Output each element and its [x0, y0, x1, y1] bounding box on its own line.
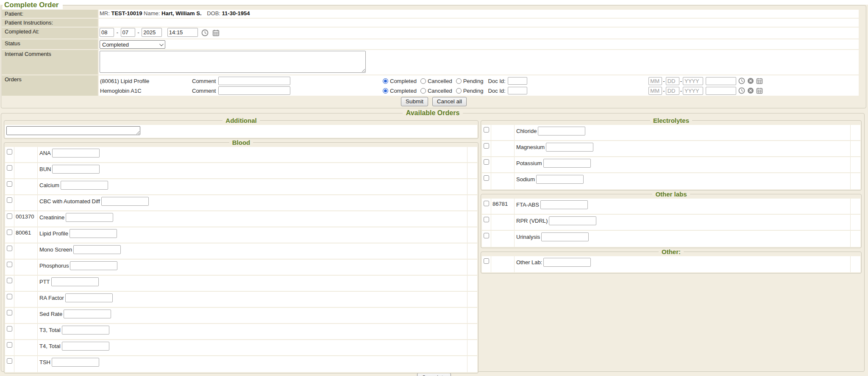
- lab-code: [14, 195, 38, 210]
- lab-value-input[interactable]: [546, 143, 593, 152]
- lab-value-input[interactable]: [52, 358, 99, 367]
- status-radio-completed[interactable]: [383, 88, 388, 94]
- lab-value-input[interactable]: [543, 258, 591, 267]
- clock-icon[interactable]: [738, 77, 745, 85]
- lab-checkbox[interactable]: [7, 181, 12, 187]
- lab-label: Sed Rate: [39, 310, 62, 317]
- lab-value-input[interactable]: [61, 181, 108, 190]
- radio-label-completed[interactable]: Completed: [390, 88, 417, 94]
- lab-value-input[interactable]: [62, 326, 109, 335]
- lab-value-input[interactable]: [64, 310, 111, 318]
- radio-label-cancelled[interactable]: Cancelled: [428, 78, 452, 84]
- lab-checkbox[interactable]: [7, 326, 12, 332]
- lab-checkbox[interactable]: [484, 233, 489, 238]
- status-radio-pending[interactable]: [456, 78, 462, 84]
- radio-label-pending[interactable]: Pending: [463, 78, 484, 84]
- completed-day-input[interactable]: [121, 28, 135, 37]
- completed-year-input[interactable]: [142, 28, 162, 37]
- order-comment-input[interactable]: [218, 86, 290, 95]
- lab-value-input[interactable]: [66, 213, 113, 222]
- cancel-all-button[interactable]: Cancel all: [432, 97, 467, 106]
- clock-icon[interactable]: [738, 87, 745, 94]
- lab-checkbox[interactable]: [7, 262, 12, 267]
- lab-value-input[interactable]: [540, 200, 588, 209]
- lab-label: Potassium: [516, 159, 542, 166]
- status-radio-cancelled[interactable]: [420, 78, 426, 84]
- radio-label-cancelled[interactable]: Cancelled: [428, 88, 452, 94]
- order-month-input[interactable]: [648, 77, 662, 85]
- submit-button[interactable]: Submit: [401, 97, 428, 106]
- lab-value-input[interactable]: [70, 261, 117, 270]
- lab-value-input[interactable]: [538, 127, 585, 135]
- lab-value-input[interactable]: [52, 149, 100, 158]
- lab-checkbox[interactable]: [7, 246, 12, 251]
- lab-value-input[interactable]: [52, 165, 100, 174]
- status-radio-completed[interactable]: [383, 78, 388, 84]
- clock-icon[interactable]: [201, 29, 209, 36]
- lab-value-input[interactable]: [549, 216, 596, 225]
- lab-checkbox[interactable]: [7, 229, 12, 235]
- calendar-icon[interactable]: [756, 77, 763, 85]
- radio-label-completed[interactable]: Completed: [390, 78, 417, 84]
- lab-value-input[interactable]: [541, 232, 589, 241]
- lab-label: RA Factor: [39, 293, 64, 301]
- additional-order-input[interactable]: [6, 126, 140, 135]
- order-name: Hemoglobin A1C: [100, 88, 192, 94]
- page-title: Complete Order: [3, 1, 63, 9]
- lab-row-phosphorus: Phosphorus: [5, 260, 477, 276]
- order-day-input[interactable]: [666, 87, 679, 95]
- lab-checkbox[interactable]: [7, 342, 12, 348]
- order-comment-input[interactable]: [218, 77, 290, 85]
- order-year-input[interactable]: [683, 77, 703, 85]
- lab-checkbox[interactable]: [484, 159, 489, 165]
- other-title: Other:: [659, 248, 684, 255]
- order-year-input[interactable]: [683, 87, 703, 95]
- mr-value: TEST-10019: [111, 10, 142, 17]
- lab-checkbox[interactable]: [7, 310, 12, 315]
- lab-value-input[interactable]: [536, 175, 584, 184]
- lab-checkbox[interactable]: [484, 143, 489, 149]
- lab-checkbox[interactable]: [7, 165, 12, 171]
- lab-value-input[interactable]: [65, 293, 113, 302]
- lab-checkbox[interactable]: [7, 213, 12, 219]
- lab-checkbox[interactable]: [484, 258, 489, 264]
- lab-checkbox[interactable]: [7, 278, 12, 283]
- lab-checkbox[interactable]: [484, 201, 489, 206]
- calendar-icon[interactable]: [756, 87, 763, 94]
- radio-label-pending[interactable]: Pending: [463, 88, 484, 94]
- status-radio-cancelled[interactable]: [420, 88, 426, 94]
- completed-month-input[interactable]: [100, 28, 114, 37]
- lab-row-mono-screen: Mono Screen: [5, 243, 477, 260]
- lab-value-input[interactable]: [73, 245, 121, 254]
- order-time-input[interactable]: [706, 87, 736, 95]
- lab-checkbox[interactable]: [484, 217, 489, 222]
- lab-value-input[interactable]: [70, 229, 117, 238]
- lab-checkbox[interactable]: [484, 127, 489, 133]
- lab-value-input[interactable]: [543, 159, 591, 168]
- internal-comments-textarea[interactable]: [100, 51, 366, 73]
- lab-checkbox[interactable]: [7, 358, 12, 364]
- status-select[interactable]: Completed: [100, 40, 165, 49]
- lab-checkbox[interactable]: [7, 294, 12, 299]
- order-month-input[interactable]: [648, 87, 662, 95]
- lab-checkbox[interactable]: [484, 175, 489, 181]
- lab-code: [491, 125, 515, 140]
- completed-time-input[interactable]: [167, 28, 198, 37]
- other-labs-section: Other labs 86781 FTA-ABS RPR (VDRL) Ur: [481, 191, 862, 248]
- lab-code: [14, 163, 38, 178]
- lab-checkbox[interactable]: [7, 149, 12, 155]
- doc-id-input[interactable]: [508, 77, 527, 85]
- name-label: Name:: [144, 10, 160, 17]
- lab-value-input[interactable]: [51, 277, 99, 286]
- lab-value-input[interactable]: [101, 197, 149, 206]
- order-day-input[interactable]: [666, 77, 679, 85]
- status-radio-pending[interactable]: [456, 88, 462, 94]
- complete-button[interactable]: Complete: [417, 373, 451, 376]
- doc-id-input[interactable]: [508, 87, 527, 94]
- cancel-icon[interactable]: [747, 87, 754, 94]
- order-time-input[interactable]: [706, 77, 736, 85]
- calendar-icon[interactable]: [212, 29, 220, 36]
- lab-value-input[interactable]: [62, 342, 109, 351]
- lab-checkbox[interactable]: [7, 197, 12, 203]
- cancel-icon[interactable]: [747, 77, 754, 85]
